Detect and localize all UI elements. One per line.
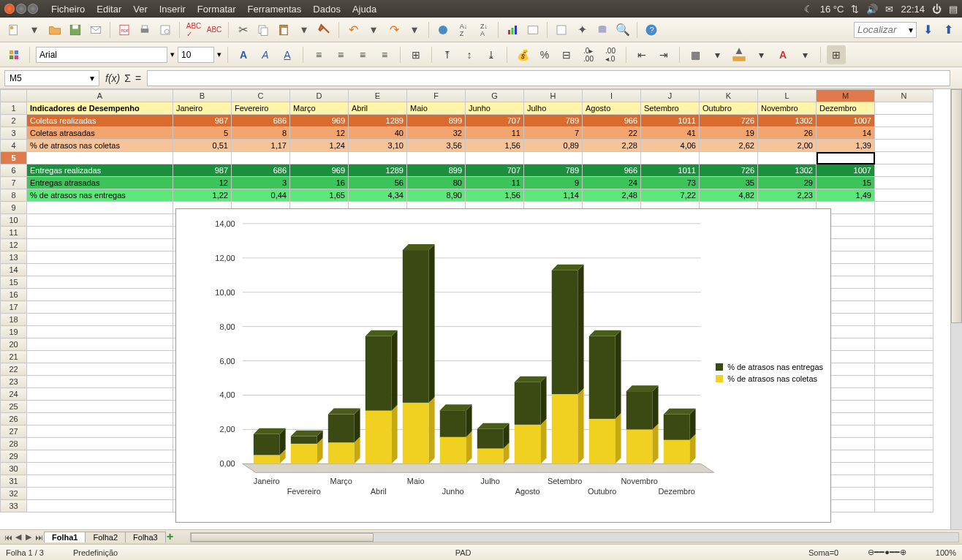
row-header-33[interactable]: 33 xyxy=(1,500,27,512)
col-header-H[interactable]: H xyxy=(524,90,583,102)
navigator-button[interactable] xyxy=(552,20,571,39)
data-cell[interactable] xyxy=(466,152,524,164)
notification-icon[interactable]: ▤ xyxy=(949,4,958,15)
sort-desc-button[interactable]: Z↓A xyxy=(474,20,493,39)
align-left-button[interactable]: ≡ xyxy=(309,45,328,64)
new-button[interactable] xyxy=(4,20,23,39)
data-cell[interactable]: 32 xyxy=(407,127,466,140)
currency-button[interactable]: 💰 xyxy=(513,45,532,64)
align-justify-button[interactable]: ≡ xyxy=(375,45,394,64)
data-cell[interactable]: 26 xyxy=(758,127,817,140)
align-center-button[interactable]: ≡ xyxy=(331,45,350,64)
help-button[interactable]: ? xyxy=(642,20,661,39)
font-size-combo[interactable] xyxy=(178,47,214,63)
data-cell[interactable]: 2,23 xyxy=(758,189,817,202)
data-cell[interactable]: 3,56 xyxy=(407,140,466,152)
data-cell[interactable]: 1,17 xyxy=(232,140,290,152)
month-header[interactable]: Outubro xyxy=(700,102,758,115)
col-header-A[interactable]: A xyxy=(27,90,173,102)
tab-folha1[interactable]: Folha1 xyxy=(44,531,86,542)
col-header-B[interactable]: B xyxy=(173,90,232,102)
align-right-button[interactable]: ≡ xyxy=(353,45,372,64)
row-label[interactable]: Entregas atrasadas xyxy=(27,177,173,189)
data-cell[interactable]: 966 xyxy=(583,164,641,177)
copy-button[interactable] xyxy=(254,20,273,39)
merge-cells-button[interactable]: ⊞ xyxy=(406,45,425,64)
row-header-1[interactable]: 1 xyxy=(1,102,27,115)
data-cell[interactable]: 73 xyxy=(641,177,700,189)
month-header[interactable]: Novembro xyxy=(758,102,817,115)
menu-editar[interactable]: Editar xyxy=(91,2,127,16)
row-header-27[interactable]: 27 xyxy=(1,425,27,438)
row-header-5[interactable]: 5 xyxy=(1,152,27,164)
data-cell[interactable]: 4,34 xyxy=(349,189,407,202)
col-header-K[interactable]: K xyxy=(700,90,758,102)
bgcolor-button[interactable] xyxy=(730,45,749,64)
equals-icon[interactable]: = xyxy=(135,72,141,84)
format-paintbrush-button[interactable] xyxy=(315,20,334,39)
row-header-31[interactable]: 31 xyxy=(1,475,27,488)
tab-prev-icon[interactable]: ◀ xyxy=(13,532,23,542)
data-cell[interactable]: 899 xyxy=(407,115,466,127)
data-cell[interactable]: 686 xyxy=(232,115,290,127)
spellcheck-button[interactable]: ABC✓ xyxy=(184,20,203,39)
data-cell[interactable]: 0,51 xyxy=(173,140,232,152)
data-cell[interactable]: 2,48 xyxy=(583,189,641,202)
data-cell[interactable]: 14 xyxy=(817,127,875,140)
month-header[interactable]: Abril xyxy=(349,102,407,115)
row-label[interactable]: Coletas atrasadas xyxy=(27,127,173,140)
data-cell[interactable]: 1011 xyxy=(641,164,700,177)
data-cell[interactable]: 1302 xyxy=(758,115,817,127)
data-cell[interactable] xyxy=(758,152,817,164)
decrease-indent-button[interactable]: ⇤ xyxy=(632,45,651,64)
data-cell[interactable]: 1,39 xyxy=(817,140,875,152)
tab-folha2[interactable]: Folha2 xyxy=(85,531,126,542)
data-cell[interactable]: 9 xyxy=(524,177,583,189)
save-button[interactable] xyxy=(66,20,85,39)
borders-dropdown[interactable]: ▾ xyxy=(708,45,727,64)
paste-dropdown[interactable]: ▾ xyxy=(295,20,314,39)
month-header[interactable]: Agosto xyxy=(583,102,641,115)
email-button[interactable] xyxy=(86,20,105,39)
data-cell[interactable]: 1289 xyxy=(349,164,407,177)
underline-button[interactable]: A xyxy=(278,45,297,64)
vertical-scrollbar[interactable] xyxy=(950,89,962,529)
data-cell[interactable]: 41 xyxy=(641,127,700,140)
horizontal-scrollbar[interactable] xyxy=(190,532,959,542)
data-cell[interactable]: 1,24 xyxy=(290,140,349,152)
menu-dados[interactable]: Dados xyxy=(307,2,346,16)
zoom-value[interactable]: 100% xyxy=(936,548,956,557)
row-header-23[interactable]: 23 xyxy=(1,376,27,388)
insert-mode[interactable]: PAD xyxy=(455,548,471,557)
data-cell[interactable] xyxy=(583,152,641,164)
month-header[interactable]: Julho xyxy=(524,102,583,115)
sort-asc-button[interactable]: A↓Z xyxy=(454,20,473,39)
data-cell[interactable]: 1,22 xyxy=(173,189,232,202)
data-cell[interactable]: 0,44 xyxy=(232,189,290,202)
close-icon[interactable] xyxy=(4,4,15,14)
pdf-export-button[interactable]: PDF xyxy=(115,20,134,39)
data-cell[interactable]: 2,00 xyxy=(758,140,817,152)
data-cell[interactable]: 789 xyxy=(524,164,583,177)
data-cell[interactable]: 40 xyxy=(349,127,407,140)
data-cell[interactable]: 1,65 xyxy=(290,189,349,202)
menu-ajuda[interactable]: Ajuda xyxy=(346,2,382,16)
autospell-button[interactable]: ABC xyxy=(205,20,224,39)
image-button[interactable] xyxy=(523,20,542,39)
data-cell[interactable]: 0,89 xyxy=(524,140,583,152)
month-header[interactable]: Junho xyxy=(466,102,524,115)
data-cell[interactable]: 966 xyxy=(583,115,641,127)
data-cell[interactable]: 1007 xyxy=(817,164,875,177)
data-cell[interactable]: 2,62 xyxy=(700,140,758,152)
data-cell[interactable]: 7,22 xyxy=(641,189,700,202)
col-header-E[interactable]: E xyxy=(349,90,407,102)
col-header-I[interactable]: I xyxy=(583,90,641,102)
zoom-slider[interactable]: ⊖━━●━━⊕ xyxy=(868,548,906,557)
add-sheet-icon[interactable]: ✚ xyxy=(165,532,175,542)
row-header-6[interactable]: 6 xyxy=(1,164,27,177)
col-header-L[interactable]: L xyxy=(758,90,817,102)
align-bottom-button[interactable]: ⤓ xyxy=(482,45,501,64)
hyperlink-button[interactable] xyxy=(433,20,452,39)
italic-button[interactable]: A xyxy=(256,45,275,64)
row-label[interactable]: Entregas realizadas xyxy=(27,164,173,177)
